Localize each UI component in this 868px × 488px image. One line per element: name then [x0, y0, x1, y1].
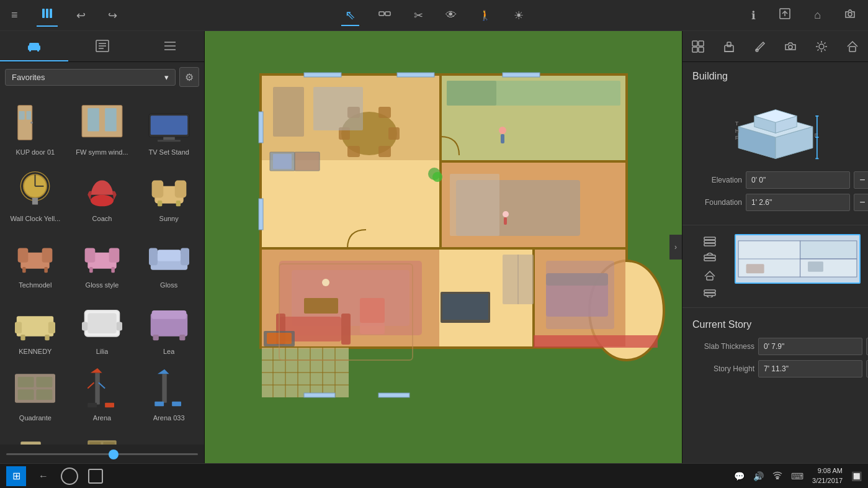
svg-point-177	[819, 44, 824, 49]
eye-icon[interactable]: 👁	[442, 6, 460, 24]
foundation-input[interactable]	[746, 194, 850, 211]
favorites-dropdown[interactable]: Favorites ▾	[5, 69, 176, 86]
home3-icon[interactable]: ⌂	[810, 6, 825, 24]
list-item[interactable]: KENNEDY	[2, 294, 68, 359]
chat-icon[interactable]: 💬	[734, 471, 745, 481]
foundation-decrement-button[interactable]: −	[854, 194, 868, 211]
snap-tab[interactable]	[682, 31, 714, 61]
svg-rect-123	[360, 323, 385, 334]
volume-icon[interactable]: 🔊	[753, 471, 764, 481]
list-item[interactable]	[69, 427, 135, 445]
walk-icon[interactable]: 🚶	[475, 7, 495, 24]
svg-rect-122	[360, 298, 385, 323]
svg-rect-218	[746, 264, 764, 273]
multitask-button[interactable]	[88, 469, 103, 484]
svg-line-182	[818, 42, 819, 43]
list-item[interactable]: Sunny	[136, 161, 202, 226]
svg-rect-43	[18, 248, 29, 262]
item-image	[143, 232, 194, 279]
svg-rect-57	[15, 322, 22, 334]
item-label: Gloss	[160, 281, 177, 289]
library-icon[interactable]	[37, 4, 58, 27]
furniture-tab[interactable]	[0, 31, 68, 61]
svg-rect-71	[37, 377, 53, 387]
sun-settings-icon[interactable]: ☀	[510, 6, 527, 25]
elevation-input[interactable]	[746, 171, 850, 189]
item-image	[10, 299, 61, 345]
elevation-decrement-button[interactable]: −	[854, 171, 868, 189]
list-item[interactable]	[136, 427, 202, 445]
svg-rect-4	[385, 12, 390, 16]
stamp-tab[interactable]	[714, 31, 745, 61]
select-cursor-icon[interactable]: ⇖	[341, 5, 359, 26]
svg-rect-56	[17, 316, 53, 337]
item-label: Wall Clock Yell...	[10, 215, 60, 222]
svg-rect-120	[341, 314, 351, 345]
keyboard-icon[interactable]: ⌨	[791, 471, 803, 481]
roof-button[interactable]	[700, 266, 720, 284]
svg-rect-20	[18, 106, 32, 140]
list-item[interactable]: Arena	[69, 360, 135, 425]
group-icon[interactable]	[374, 4, 395, 26]
camera-tab[interactable]	[775, 31, 806, 61]
home-tab[interactable]	[837, 31, 868, 61]
settings-button[interactable]: ⚙	[179, 67, 199, 87]
layer-up-button[interactable]	[700, 250, 720, 265]
list-item[interactable]: Coach	[69, 161, 135, 226]
item-label: KUP door 01	[16, 148, 55, 156]
windows-start-button[interactable]: ⊞	[6, 466, 26, 486]
story-height-input[interactable]	[758, 360, 862, 377]
list-item[interactable]: Wall Clock Yell...	[2, 161, 68, 226]
paint-brush-tab[interactable]	[745, 31, 776, 61]
list-item[interactable]	[2, 427, 68, 445]
svg-rect-203	[704, 237, 715, 240]
list-item[interactable]: FW symm wind...	[69, 94, 135, 160]
svg-rect-29	[163, 137, 175, 140]
slab-thickness-input[interactable]	[758, 338, 862, 355]
item-image	[76, 299, 127, 345]
list-tab[interactable]	[136, 31, 204, 61]
svg-rect-167	[504, 217, 507, 225]
home-circle-button[interactable]	[61, 468, 78, 485]
item-label: Arena	[93, 414, 111, 422]
list-item[interactable]: Gloss	[136, 227, 202, 292]
list-item[interactable]: TV Set Stand	[136, 94, 202, 160]
size-slider-thumb[interactable]	[109, 450, 119, 459]
info2-icon[interactable]: ℹ	[748, 6, 759, 25]
list-item[interactable]: Gloss style	[69, 227, 135, 292]
undo-icon[interactable]: ↩	[73, 6, 89, 25]
notifications-icon[interactable]: 🔲	[851, 471, 862, 481]
list-item[interactable]: Lilia	[69, 294, 135, 359]
redo-icon[interactable]: ↪	[104, 6, 121, 25]
minimap[interactable]	[735, 234, 861, 284]
back-button[interactable]: ←	[36, 468, 51, 484]
list-item[interactable]: KUP door 01	[2, 94, 68, 160]
edit-tab[interactable]	[68, 31, 136, 61]
svg-line-183	[825, 49, 826, 50]
divider2	[682, 307, 868, 308]
floors-button[interactable]	[700, 234, 720, 249]
svg-rect-45	[22, 267, 26, 273]
hamburger-menu-icon[interactable]: ≡	[7, 6, 22, 24]
network-icon[interactable]	[772, 471, 782, 481]
list-item[interactable]: Arena 033	[136, 360, 202, 425]
svg-rect-54	[181, 248, 189, 265]
expand-panel-button[interactable]: ›	[669, 235, 682, 260]
layer-down-button[interactable]	[700, 285, 720, 300]
scissors-icon[interactable]: ✂	[410, 6, 427, 25]
export2-icon[interactable]	[774, 4, 795, 26]
svg-text:T: T	[735, 120, 738, 127]
size-slider-track[interactable]	[6, 453, 198, 455]
svg-rect-208	[707, 276, 713, 280]
center-viewport[interactable]: ›	[205, 31, 682, 463]
system-clock: 9:08 AM 3/21/2017	[812, 466, 843, 486]
camera2-icon[interactable]	[839, 4, 861, 26]
list-item[interactable]: Lea	[136, 294, 202, 359]
svg-rect-213	[800, 241, 857, 259]
svg-rect-51	[111, 267, 115, 273]
svg-rect-77	[105, 403, 114, 407]
sun-tab[interactable]	[806, 31, 837, 61]
slab-thickness-label: Slab Thickness	[692, 342, 754, 351]
list-item[interactable]: Techmodel	[2, 227, 68, 292]
list-item[interactable]: Quadrante	[2, 360, 68, 425]
